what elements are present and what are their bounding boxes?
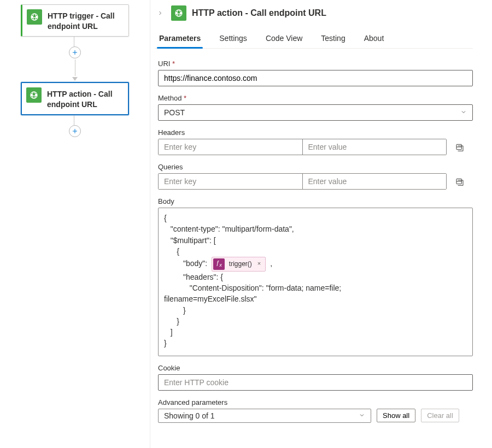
fx-remove-icon[interactable]: × <box>256 260 262 268</box>
canvas-action-node[interactable]: HTTP action - Call endpoint URL <box>21 82 129 115</box>
show-all-button[interactable]: Show all <box>377 409 415 422</box>
connector-line <box>75 60 75 76</box>
chevron-down-icon <box>359 411 365 420</box>
chevron-down-icon <box>460 108 467 117</box>
headers-label: Headers <box>158 128 473 137</box>
advanced-label: Advanced parameters <box>158 398 473 406</box>
method-value: POST <box>164 108 185 117</box>
tab-settings[interactable]: Settings <box>218 31 248 48</box>
headers-switch-mode-icon[interactable] <box>454 142 465 152</box>
http-icon <box>26 87 42 103</box>
tab-code-view[interactable]: Code View <box>265 31 303 48</box>
advanced-params-select[interactable]: Showing 0 of 1 <box>158 409 371 423</box>
canvas-trigger-label: HTTP trigger - Call endpoint URL <box>48 9 124 32</box>
queries-key-input[interactable] <box>159 174 303 189</box>
panel-tabs: Parameters Settings Code View Testing Ab… <box>155 31 473 49</box>
add-step-button-bottom[interactable] <box>69 125 81 137</box>
headers-kv <box>158 139 447 155</box>
http-icon <box>171 5 186 21</box>
tab-parameters[interactable]: Parameters <box>158 31 202 48</box>
connector-arrow <box>72 77 78 81</box>
designer-canvas: HTTP trigger - Call endpoint URL HTTP ac… <box>0 0 150 448</box>
clear-all-button: Clear all <box>421 409 459 422</box>
tab-about[interactable]: About <box>363 31 385 48</box>
canvas-action-label: HTTP action - Call endpoint URL <box>47 87 124 110</box>
cookie-input[interactable] <box>158 374 473 391</box>
add-step-button-top[interactable] <box>69 46 81 58</box>
queries-switch-mode-icon[interactable] <box>454 176 465 187</box>
details-panel: HTTP action - Call endpoint URL Paramete… <box>150 0 492 448</box>
collapse-panel-button[interactable] <box>155 8 166 19</box>
headers-value-input[interactable] <box>303 139 447 155</box>
panel-title: HTTP action - Call endpoint URL <box>192 8 326 18</box>
connector-line <box>74 37 76 46</box>
connector-line <box>74 115 76 125</box>
body-editor[interactable]: { "content-type": "multipart/form-data",… <box>158 208 473 356</box>
method-label: Method <box>158 94 473 102</box>
uri-label: URI <box>158 60 473 68</box>
fx-label: trigger() <box>227 260 254 269</box>
fx-icon: ƒx <box>213 258 225 269</box>
body-label: Body <box>158 197 473 205</box>
tab-testing[interactable]: Testing <box>320 31 346 48</box>
advanced-params-value: Showing 0 of 1 <box>164 411 215 420</box>
fx-token-trigger[interactable]: ƒxtrigger()× <box>212 257 266 271</box>
headers-key-input[interactable] <box>159 139 303 155</box>
queries-value-input[interactable] <box>303 174 447 189</box>
uri-input[interactable] <box>158 70 473 86</box>
canvas-trigger-node[interactable]: HTTP trigger - Call endpoint URL <box>21 4 129 37</box>
cookie-label: Cookie <box>158 364 473 372</box>
queries-kv <box>158 173 447 190</box>
method-select[interactable]: POST <box>158 104 473 121</box>
http-icon <box>27 9 42 25</box>
queries-label: Queries <box>158 163 473 171</box>
